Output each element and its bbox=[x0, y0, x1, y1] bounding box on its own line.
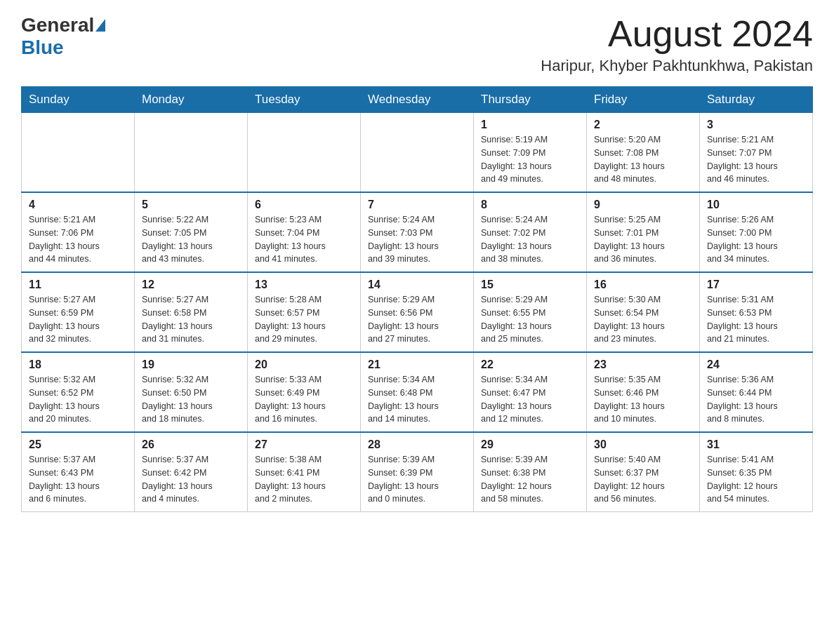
day-info: Sunrise: 5:27 AMSunset: 6:58 PMDaylight:… bbox=[142, 293, 240, 346]
day-number: 3 bbox=[707, 119, 805, 131]
weekday-header-tuesday: Tuesday bbox=[248, 87, 361, 113]
day-number: 25 bbox=[29, 438, 127, 451]
day-number: 20 bbox=[255, 358, 353, 371]
page-header: General Blue August 2024 Haripur, Khyber… bbox=[21, 14, 813, 75]
day-info: Sunrise: 5:31 AMSunset: 6:53 PMDaylight:… bbox=[707, 293, 805, 346]
day-number: 8 bbox=[481, 199, 579, 211]
calendar-cell: 26Sunrise: 5:37 AMSunset: 6:42 PMDayligh… bbox=[135, 432, 248, 512]
calendar-cell: 22Sunrise: 5:34 AMSunset: 6:47 PMDayligh… bbox=[474, 352, 587, 432]
calendar-cell: 14Sunrise: 5:29 AMSunset: 6:56 PMDayligh… bbox=[361, 272, 474, 352]
day-number: 16 bbox=[594, 279, 692, 291]
day-number: 30 bbox=[594, 438, 692, 451]
calendar-cell: 9Sunrise: 5:25 AMSunset: 7:01 PMDaylight… bbox=[587, 192, 700, 272]
weekday-header-wednesday: Wednesday bbox=[361, 87, 474, 113]
day-number: 2 bbox=[594, 119, 692, 131]
day-number: 19 bbox=[142, 358, 240, 371]
day-number: 28 bbox=[368, 438, 466, 451]
day-info: Sunrise: 5:28 AMSunset: 6:57 PMDaylight:… bbox=[255, 293, 353, 346]
day-info: Sunrise: 5:29 AMSunset: 6:55 PMDaylight:… bbox=[481, 293, 579, 346]
day-info: Sunrise: 5:39 AMSunset: 6:38 PMDaylight:… bbox=[481, 453, 579, 506]
calendar-cell bbox=[22, 113, 135, 193]
day-number: 26 bbox=[142, 438, 240, 451]
calendar-table: SundayMondayTuesdayWednesdayThursdayFrid… bbox=[21, 86, 813, 512]
day-number: 6 bbox=[255, 199, 353, 211]
logo: General Blue bbox=[21, 14, 105, 59]
week-row-5: 25Sunrise: 5:37 AMSunset: 6:43 PMDayligh… bbox=[22, 432, 813, 512]
day-info: Sunrise: 5:24 AMSunset: 7:02 PMDaylight:… bbox=[481, 213, 579, 266]
day-number: 4 bbox=[29, 199, 127, 211]
calendar-cell: 23Sunrise: 5:35 AMSunset: 6:46 PMDayligh… bbox=[587, 352, 700, 432]
day-info: Sunrise: 5:36 AMSunset: 6:44 PMDaylight:… bbox=[707, 373, 805, 426]
day-number: 11 bbox=[29, 279, 127, 291]
calendar-cell: 31Sunrise: 5:41 AMSunset: 6:35 PMDayligh… bbox=[700, 432, 813, 512]
logo-triangle-icon bbox=[95, 19, 105, 32]
day-info: Sunrise: 5:40 AMSunset: 6:37 PMDaylight:… bbox=[594, 453, 692, 506]
calendar-cell bbox=[248, 113, 361, 193]
day-info: Sunrise: 5:19 AMSunset: 7:09 PMDaylight:… bbox=[481, 133, 579, 186]
day-number: 9 bbox=[594, 199, 692, 211]
calendar-cell: 6Sunrise: 5:23 AMSunset: 7:04 PMDaylight… bbox=[248, 192, 361, 272]
day-number: 17 bbox=[707, 279, 805, 291]
calendar-cell: 8Sunrise: 5:24 AMSunset: 7:02 PMDaylight… bbox=[474, 192, 587, 272]
day-info: Sunrise: 5:21 AMSunset: 7:06 PMDaylight:… bbox=[29, 213, 127, 266]
day-info: Sunrise: 5:38 AMSunset: 6:41 PMDaylight:… bbox=[255, 453, 353, 506]
day-number: 29 bbox=[481, 438, 579, 451]
logo-general-text: General bbox=[21, 14, 94, 36]
calendar-cell: 16Sunrise: 5:30 AMSunset: 6:54 PMDayligh… bbox=[587, 272, 700, 352]
day-info: Sunrise: 5:32 AMSunset: 6:52 PMDaylight:… bbox=[29, 373, 127, 426]
calendar-cell: 25Sunrise: 5:37 AMSunset: 6:43 PMDayligh… bbox=[22, 432, 135, 512]
day-info: Sunrise: 5:24 AMSunset: 7:03 PMDaylight:… bbox=[368, 213, 466, 266]
calendar-cell: 24Sunrise: 5:36 AMSunset: 6:44 PMDayligh… bbox=[700, 352, 813, 432]
day-number: 7 bbox=[368, 199, 466, 211]
calendar-cell: 13Sunrise: 5:28 AMSunset: 6:57 PMDayligh… bbox=[248, 272, 361, 352]
day-info: Sunrise: 5:21 AMSunset: 7:07 PMDaylight:… bbox=[707, 133, 805, 186]
calendar-cell: 19Sunrise: 5:32 AMSunset: 6:50 PMDayligh… bbox=[135, 352, 248, 432]
calendar-cell: 4Sunrise: 5:21 AMSunset: 7:06 PMDaylight… bbox=[22, 192, 135, 272]
calendar-cell: 29Sunrise: 5:39 AMSunset: 6:38 PMDayligh… bbox=[474, 432, 587, 512]
day-info: Sunrise: 5:39 AMSunset: 6:39 PMDaylight:… bbox=[368, 453, 466, 506]
calendar-cell: 27Sunrise: 5:38 AMSunset: 6:41 PMDayligh… bbox=[248, 432, 361, 512]
day-info: Sunrise: 5:34 AMSunset: 6:48 PMDaylight:… bbox=[368, 373, 466, 426]
calendar-cell: 21Sunrise: 5:34 AMSunset: 6:48 PMDayligh… bbox=[361, 352, 474, 432]
calendar-cell: 30Sunrise: 5:40 AMSunset: 6:37 PMDayligh… bbox=[587, 432, 700, 512]
weekday-header-friday: Friday bbox=[587, 87, 700, 113]
day-number: 13 bbox=[255, 279, 353, 291]
day-info: Sunrise: 5:35 AMSunset: 6:46 PMDaylight:… bbox=[594, 373, 692, 426]
day-info: Sunrise: 5:33 AMSunset: 6:49 PMDaylight:… bbox=[255, 373, 353, 426]
week-row-3: 11Sunrise: 5:27 AMSunset: 6:59 PMDayligh… bbox=[22, 272, 813, 352]
calendar-cell: 15Sunrise: 5:29 AMSunset: 6:55 PMDayligh… bbox=[474, 272, 587, 352]
day-info: Sunrise: 5:32 AMSunset: 6:50 PMDaylight:… bbox=[142, 373, 240, 426]
day-number: 12 bbox=[142, 279, 240, 291]
calendar-cell: 11Sunrise: 5:27 AMSunset: 6:59 PMDayligh… bbox=[22, 272, 135, 352]
day-number: 21 bbox=[368, 358, 466, 371]
calendar-cell: 2Sunrise: 5:20 AMSunset: 7:08 PMDaylight… bbox=[587, 113, 700, 193]
day-info: Sunrise: 5:34 AMSunset: 6:47 PMDaylight:… bbox=[481, 373, 579, 426]
day-number: 23 bbox=[594, 358, 692, 371]
calendar-cell: 7Sunrise: 5:24 AMSunset: 7:03 PMDaylight… bbox=[361, 192, 474, 272]
calendar-cell: 1Sunrise: 5:19 AMSunset: 7:09 PMDaylight… bbox=[474, 113, 587, 193]
day-number: 24 bbox=[707, 358, 805, 371]
day-number: 1 bbox=[481, 119, 579, 131]
day-info: Sunrise: 5:26 AMSunset: 7:00 PMDaylight:… bbox=[707, 213, 805, 266]
week-row-4: 18Sunrise: 5:32 AMSunset: 6:52 PMDayligh… bbox=[22, 352, 813, 432]
calendar-cell: 12Sunrise: 5:27 AMSunset: 6:58 PMDayligh… bbox=[135, 272, 248, 352]
day-number: 5 bbox=[142, 199, 240, 211]
calendar-cell bbox=[135, 113, 248, 193]
day-number: 14 bbox=[368, 279, 466, 291]
day-number: 31 bbox=[707, 438, 805, 451]
calendar-cell: 17Sunrise: 5:31 AMSunset: 6:53 PMDayligh… bbox=[700, 272, 813, 352]
location-title: Haripur, Khyber Pakhtunkhwa, Pakistan bbox=[541, 57, 813, 75]
day-info: Sunrise: 5:25 AMSunset: 7:01 PMDaylight:… bbox=[594, 213, 692, 266]
day-number: 27 bbox=[255, 438, 353, 451]
calendar-cell bbox=[361, 113, 474, 193]
day-info: Sunrise: 5:37 AMSunset: 6:42 PMDaylight:… bbox=[142, 453, 240, 506]
week-row-2: 4Sunrise: 5:21 AMSunset: 7:06 PMDaylight… bbox=[22, 192, 813, 272]
logo-blue-text: Blue bbox=[21, 36, 64, 59]
calendar-cell: 5Sunrise: 5:22 AMSunset: 7:05 PMDaylight… bbox=[135, 192, 248, 272]
day-info: Sunrise: 5:22 AMSunset: 7:05 PMDaylight:… bbox=[142, 213, 240, 266]
weekday-header-thursday: Thursday bbox=[474, 87, 587, 113]
day-info: Sunrise: 5:27 AMSunset: 6:59 PMDaylight:… bbox=[29, 293, 127, 346]
weekday-header-monday: Monday bbox=[135, 87, 248, 113]
day-info: Sunrise: 5:20 AMSunset: 7:08 PMDaylight:… bbox=[594, 133, 692, 186]
month-title: August 2024 bbox=[541, 14, 813, 54]
